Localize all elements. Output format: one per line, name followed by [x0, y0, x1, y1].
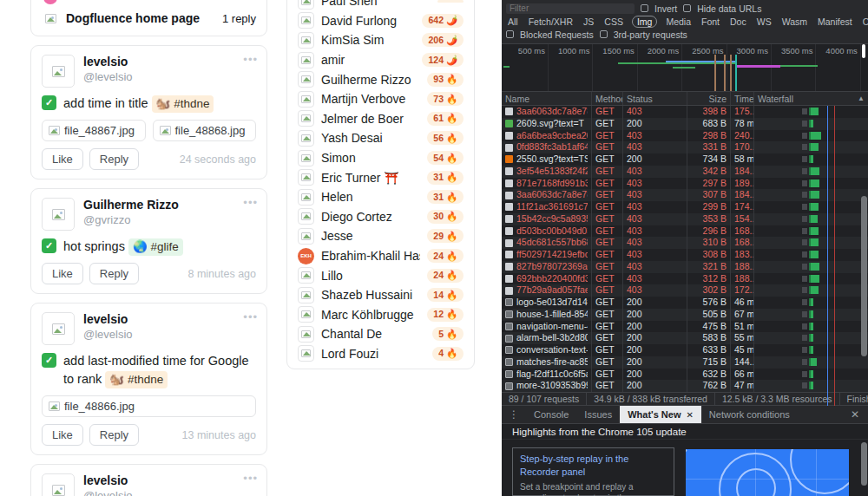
thread-title[interactable]: Dogfluence home page: [66, 11, 215, 25]
filter-chip-font[interactable]: Font: [700, 16, 721, 27]
member-name[interactable]: Yash Desai: [321, 131, 420, 145]
request-row[interactable]: flag-f2df11c0c6f5aa...GET200632 B66 ms: [502, 369, 868, 381]
third-party-checkbox[interactable]: [600, 30, 608, 38]
reply-button[interactable]: Reply: [89, 424, 139, 446]
leaderboard-row[interactable]: Lord Fouzi4 🔥: [287, 344, 474, 364]
hide-data-urls-checkbox[interactable]: [683, 4, 691, 12]
request-row[interactable]: matches-fire-ac850...GET200715 B144...: [502, 356, 868, 369]
filter-chip-media[interactable]: Media: [664, 16, 693, 27]
member-name[interactable]: Helen: [321, 190, 420, 204]
member-name[interactable]: Ebrahim-Khalil Hassen: [321, 249, 420, 263]
leaderboard-row[interactable]: Helen31 🔥: [287, 187, 474, 207]
member-name[interactable]: amir: [321, 53, 415, 67]
leaderboard-row[interactable]: EKHEbrahim-Khalil Hassen24 🔥: [287, 246, 474, 266]
filter-chip-wasm[interactable]: Wasm: [780, 16, 809, 27]
member-name[interactable]: Jesse: [321, 229, 420, 243]
card-menu-icon[interactable]: •••: [243, 472, 258, 485]
request-row[interactable]: d503bc00b049d03f...GET403296 B168...: [502, 225, 868, 238]
drawer-scrollbar[interactable]: [861, 442, 867, 486]
member-name[interactable]: Chantal De: [321, 327, 425, 341]
author-name[interactable]: levelsio: [83, 312, 133, 328]
member-name[interactable]: Guilherme Rizzo: [321, 73, 420, 87]
request-row[interactable]: navigation-menu-4-...GET200475 B51 ms: [502, 321, 868, 333]
member-name[interactable]: KimSia Sim: [321, 33, 415, 47]
col-time[interactable]: Time: [731, 92, 754, 105]
table-scrollbar[interactable]: [861, 196, 867, 356]
like-button[interactable]: Like: [42, 424, 83, 446]
member-name[interactable]: Jelmer de Boer: [321, 112, 420, 126]
leaderboard-row[interactable]: Guilherme Rizzo93 🔥: [287, 69, 474, 89]
post-card[interactable]: •••levelsio@levelsio✓add time in title 🐿…: [30, 45, 267, 179]
filter-input[interactable]: [506, 3, 635, 14]
leaderboard-row[interactable]: KimSia Sim206 🌶️: [287, 30, 474, 50]
hashtag-pill[interactable]: 🌏 #glife: [128, 238, 183, 256]
request-row[interactable]: 11f21ac361691c7d...GET403299 B174...: [502, 201, 868, 213]
avatar[interactable]: [42, 312, 75, 345]
request-row[interactable]: 827b978072369a72...GET403321 B188...: [502, 261, 868, 273]
col-method[interactable]: Method: [592, 92, 623, 105]
filter-chip-img[interactable]: Img: [632, 16, 658, 28]
leaderboard-row[interactable]: David Furlong642 🌶️: [287, 11, 474, 31]
member-name[interactable]: David Furlong: [321, 14, 415, 28]
member-name[interactable]: Eric Turner ⛩️: [321, 171, 420, 185]
reply-button[interactable]: Reply: [89, 263, 139, 284]
leaderboard-row[interactable]: Jelmer de Boer61 🔥: [287, 109, 474, 129]
filter-chip-fetchxhr[interactable]: Fetch/XHR: [527, 16, 575, 27]
col-name[interactable]: Name: [502, 92, 592, 105]
leaderboard-row[interactable]: Paul Shen: [287, 0, 474, 11]
attachment-chip[interactable]: file_48867.jpg: [42, 120, 146, 141]
hashtag-pill[interactable]: 🐿️ #thdne: [105, 371, 168, 388]
drawer-tab-console[interactable]: Console: [526, 406, 576, 423]
author-name[interactable]: Guilherme Rizzo: [83, 198, 179, 213]
col-size[interactable]: Size: [687, 92, 731, 105]
filter-chip-js[interactable]: JS: [582, 16, 595, 27]
request-row[interactable]: 45dc681c557bb68d...GET403310 B168...: [502, 237, 868, 249]
filter-chip-manifest[interactable]: Manifest: [816, 16, 854, 27]
leaderboard-row[interactable]: Lillo24 🔥: [287, 265, 474, 285]
col-waterfall[interactable]: Waterfall ▲: [754, 92, 868, 105]
request-row[interactable]: 3aa6063dc7a8e782...GET403307 B184...: [502, 189, 868, 201]
author-name[interactable]: levelsio: [83, 55, 133, 70]
request-row[interactable]: 0fd883fc3ab1af646f...GET403331 B170...: [502, 141, 868, 153]
author-handle[interactable]: @levelsio: [83, 489, 133, 496]
network-overview-timeline[interactable]: 500 ms1000 ms1500 ms2000 ms2500 ms3000 m…: [502, 44, 868, 92]
card-menu-icon[interactable]: •••: [243, 196, 258, 209]
request-row[interactable]: conversation-text-a...GET200633 B45 ms: [502, 344, 868, 356]
request-row[interactable]: 871e7168fd991b39...GET403297 B189...: [502, 178, 868, 190]
request-row[interactable]: 77b29a9ad057fae2...GET403302 B172...: [502, 284, 868, 297]
member-name[interactable]: Shazeb Hussaini: [321, 288, 420, 302]
request-row[interactable]: 3aa6063dc7a8e782...GET403398 B175...: [502, 106, 868, 118]
leaderboard-row[interactable]: Chantal De5 🔥: [287, 324, 474, 344]
filter-chip-css[interactable]: CSS: [602, 16, 625, 27]
member-name[interactable]: Simon: [321, 151, 420, 165]
leaderboard-row[interactable]: Jesse29 🔥: [287, 226, 474, 246]
leaderboard-row[interactable]: Yash Desai56 🔥: [287, 128, 474, 148]
table-header[interactable]: Name Method Status Size Time Waterfall ▲: [502, 92, 868, 106]
attachment-chip[interactable]: file_48868.jpg: [153, 120, 257, 141]
attachment-chip[interactable]: file_48866.jpg: [42, 395, 256, 417]
request-row[interactable]: 692bbb220400fd37...GET403312 B188...: [502, 273, 868, 285]
request-row[interactable]: alarm-bell-3b2d804...GET200583 B55 ms: [502, 332, 868, 344]
leaderboard-row[interactable]: Martijn Verbove73 🔥: [287, 89, 474, 109]
post-card[interactable]: •••Guilherme Rizzo@gvrizzo✓hot springs 🌏…: [30, 188, 267, 294]
request-row[interactable]: house-1-filled-8547...GET200505 B67 ms: [502, 309, 868, 321]
card-menu-icon[interactable]: •••: [243, 310, 258, 323]
hashtag-pill[interactable]: 🐿️ #thdne: [152, 95, 214, 113]
filter-chip-doc[interactable]: Doc: [728, 16, 748, 27]
avatar[interactable]: [42, 55, 75, 88]
tab-close-icon[interactable]: ✕: [686, 410, 693, 420]
request-row[interactable]: 15b42cc9c5a89354...GET403353 B154...: [502, 213, 868, 225]
blocked-requests-checkbox[interactable]: [506, 30, 514, 38]
leaderboard-row[interactable]: Diego Cortez30 🔥: [287, 207, 474, 227]
request-row[interactable]: logo-5e013d7d14f9...GET200576 B46 ms: [502, 297, 868, 309]
avatar[interactable]: [42, 198, 75, 231]
filter-chip-all[interactable]: All: [506, 16, 520, 27]
author-handle[interactable]: @levelsio: [83, 328, 133, 341]
request-row[interactable]: ff5029714219efbcf2...GET403308 B183...: [502, 249, 868, 261]
author-handle[interactable]: @gvrizzo: [83, 213, 179, 226]
drawer-tab-network-conditions[interactable]: Network conditions: [701, 406, 798, 423]
reply-button[interactable]: Reply: [89, 148, 139, 170]
request-row[interactable]: a6a6bea9ccbea265...GET403298 B240...: [502, 130, 868, 142]
member-name[interactable]: Lord Fouzi: [321, 347, 425, 361]
card-menu-icon[interactable]: •••: [243, 53, 258, 66]
